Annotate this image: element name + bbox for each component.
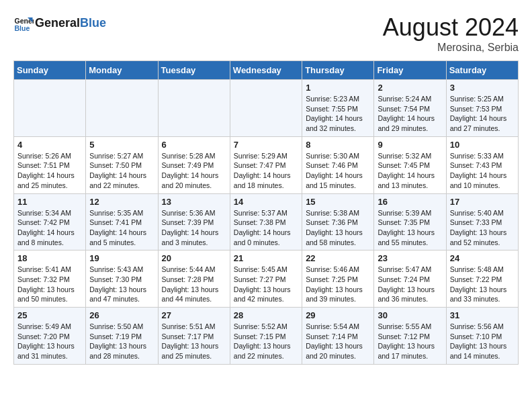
- calendar-table: SundayMondayTuesdayWednesdayThursdayFrid…: [13, 60, 519, 365]
- day-cell: 14Sunrise: 5:37 AM Sunset: 7:38 PM Dayli…: [230, 193, 302, 250]
- svg-text:Blue: Blue: [15, 24, 30, 32]
- day-number: 15: [306, 197, 370, 207]
- day-info: Sunrise: 5:56 AM Sunset: 7:10 PM Dayligh…: [450, 322, 515, 361]
- week-row-4: 18Sunrise: 5:41 AM Sunset: 7:32 PM Dayli…: [14, 250, 519, 308]
- day-info: Sunrise: 5:54 AM Sunset: 7:14 PM Dayligh…: [306, 322, 370, 361]
- day-cell: 23Sunrise: 5:47 AM Sunset: 7:24 PM Dayli…: [374, 250, 446, 308]
- day-cell: 19Sunrise: 5:43 AM Sunset: 7:30 PM Dayli…: [86, 250, 158, 308]
- weekday-header-saturday: Saturday: [446, 61, 518, 80]
- day-number: 24: [450, 253, 515, 263]
- day-info: Sunrise: 5:30 AM Sunset: 7:46 PM Dayligh…: [306, 151, 370, 191]
- day-info: Sunrise: 5:37 AM Sunset: 7:38 PM Dayligh…: [234, 208, 298, 248]
- weekday-header-monday: Monday: [86, 61, 158, 80]
- day-number: 30: [378, 310, 442, 320]
- day-info: Sunrise: 5:44 AM Sunset: 7:28 PM Dayligh…: [162, 265, 226, 304]
- title-block: August 2024 Merosina, Serbia: [383, 13, 519, 54]
- day-cell: 22Sunrise: 5:46 AM Sunset: 7:25 PM Dayli…: [302, 250, 374, 308]
- logo-general: General: [35, 16, 80, 30]
- location: Merosina, Serbia: [383, 42, 519, 54]
- day-number: 3: [450, 83, 515, 93]
- week-row-3: 11Sunrise: 5:34 AM Sunset: 7:42 PM Dayli…: [14, 193, 519, 250]
- day-number: 17: [450, 197, 515, 207]
- day-number: 27: [162, 310, 226, 320]
- day-info: Sunrise: 5:41 AM Sunset: 7:32 PM Dayligh…: [17, 265, 82, 304]
- day-cell: [230, 80, 302, 137]
- day-info: Sunrise: 5:50 AM Sunset: 7:19 PM Dayligh…: [89, 322, 154, 361]
- weekday-header-row: SundayMondayTuesdayWednesdayThursdayFrid…: [14, 61, 519, 80]
- day-info: Sunrise: 5:40 AM Sunset: 7:33 PM Dayligh…: [450, 208, 515, 248]
- page-header: General Blue GeneralBlue August 2024 Mer…: [13, 13, 519, 54]
- day-cell: 6Sunrise: 5:28 AM Sunset: 7:49 PM Daylig…: [158, 136, 230, 193]
- day-cell: 3Sunrise: 5:25 AM Sunset: 7:53 PM Daylig…: [446, 80, 518, 137]
- day-info: Sunrise: 5:32 AM Sunset: 7:45 PM Dayligh…: [378, 151, 442, 191]
- day-cell: 29Sunrise: 5:54 AM Sunset: 7:14 PM Dayli…: [302, 308, 374, 365]
- day-number: 11: [17, 197, 82, 207]
- weekday-header-wednesday: Wednesday: [230, 61, 302, 80]
- day-cell: 30Sunrise: 5:55 AM Sunset: 7:12 PM Dayli…: [374, 308, 446, 365]
- day-number: 25: [17, 310, 82, 320]
- day-number: 16: [378, 197, 442, 207]
- week-row-2: 4Sunrise: 5:26 AM Sunset: 7:51 PM Daylig…: [14, 136, 519, 193]
- day-number: 29: [306, 310, 370, 320]
- day-cell: 16Sunrise: 5:39 AM Sunset: 7:35 PM Dayli…: [374, 193, 446, 250]
- day-cell: 20Sunrise: 5:44 AM Sunset: 7:28 PM Dayli…: [158, 250, 230, 308]
- day-info: Sunrise: 5:35 AM Sunset: 7:41 PM Dayligh…: [89, 208, 154, 248]
- day-cell: 1Sunrise: 5:23 AM Sunset: 7:55 PM Daylig…: [302, 80, 374, 137]
- day-info: Sunrise: 5:25 AM Sunset: 7:53 PM Dayligh…: [450, 94, 515, 134]
- weekday-header-tuesday: Tuesday: [158, 61, 230, 80]
- day-info: Sunrise: 5:26 AM Sunset: 7:51 PM Dayligh…: [17, 151, 82, 191]
- weekday-header-thursday: Thursday: [302, 61, 374, 80]
- weekday-header-friday: Friday: [374, 61, 446, 80]
- day-info: Sunrise: 5:28 AM Sunset: 7:49 PM Dayligh…: [162, 151, 226, 191]
- day-cell: 11Sunrise: 5:34 AM Sunset: 7:42 PM Dayli…: [14, 193, 86, 250]
- day-number: 20: [162, 253, 226, 263]
- logo: General Blue GeneralBlue: [13, 13, 106, 34]
- day-cell: 31Sunrise: 5:56 AM Sunset: 7:10 PM Dayli…: [446, 308, 518, 365]
- day-info: Sunrise: 5:23 AM Sunset: 7:55 PM Dayligh…: [306, 94, 370, 134]
- day-cell: 18Sunrise: 5:41 AM Sunset: 7:32 PM Dayli…: [14, 250, 86, 308]
- day-info: Sunrise: 5:29 AM Sunset: 7:47 PM Dayligh…: [234, 151, 298, 191]
- day-number: 18: [17, 253, 82, 263]
- day-number: 13: [162, 197, 226, 207]
- day-cell: 15Sunrise: 5:38 AM Sunset: 7:36 PM Dayli…: [302, 193, 374, 250]
- day-cell: 24Sunrise: 5:48 AM Sunset: 7:22 PM Dayli…: [446, 250, 518, 308]
- day-info: Sunrise: 5:43 AM Sunset: 7:30 PM Dayligh…: [89, 265, 154, 304]
- day-number: 2: [378, 83, 442, 93]
- day-number: 14: [234, 197, 298, 207]
- day-info: Sunrise: 5:38 AM Sunset: 7:36 PM Dayligh…: [306, 208, 370, 248]
- day-info: Sunrise: 5:36 AM Sunset: 7:39 PM Dayligh…: [162, 208, 226, 248]
- day-number: 21: [234, 253, 298, 263]
- day-number: 1: [306, 83, 370, 93]
- day-number: 6: [162, 140, 226, 150]
- day-cell: 10Sunrise: 5:33 AM Sunset: 7:43 PM Dayli…: [446, 136, 518, 193]
- day-info: Sunrise: 5:39 AM Sunset: 7:35 PM Dayligh…: [378, 208, 442, 248]
- day-cell: 2Sunrise: 5:24 AM Sunset: 7:54 PM Daylig…: [374, 80, 446, 137]
- day-info: Sunrise: 5:24 AM Sunset: 7:54 PM Dayligh…: [378, 94, 442, 134]
- day-number: 9: [378, 140, 442, 150]
- day-cell: 21Sunrise: 5:45 AM Sunset: 7:27 PM Dayli…: [230, 250, 302, 308]
- week-row-5: 25Sunrise: 5:49 AM Sunset: 7:20 PM Dayli…: [14, 308, 519, 365]
- day-info: Sunrise: 5:52 AM Sunset: 7:15 PM Dayligh…: [234, 322, 298, 361]
- day-number: 31: [450, 310, 515, 320]
- day-cell: 17Sunrise: 5:40 AM Sunset: 7:33 PM Dayli…: [446, 193, 518, 250]
- day-cell: [14, 80, 86, 137]
- weekday-header-sunday: Sunday: [14, 61, 86, 80]
- day-cell: 7Sunrise: 5:29 AM Sunset: 7:47 PM Daylig…: [230, 136, 302, 193]
- day-cell: 5Sunrise: 5:27 AM Sunset: 7:50 PM Daylig…: [86, 136, 158, 193]
- day-info: Sunrise: 5:55 AM Sunset: 7:12 PM Dayligh…: [378, 322, 442, 361]
- day-info: Sunrise: 5:45 AM Sunset: 7:27 PM Dayligh…: [234, 265, 298, 304]
- day-info: Sunrise: 5:49 AM Sunset: 7:20 PM Dayligh…: [17, 322, 82, 361]
- day-number: 7: [234, 140, 298, 150]
- day-cell: 28Sunrise: 5:52 AM Sunset: 7:15 PM Dayli…: [230, 308, 302, 365]
- day-number: 12: [89, 197, 154, 207]
- month-year: August 2024: [383, 13, 519, 42]
- day-info: Sunrise: 5:33 AM Sunset: 7:43 PM Dayligh…: [450, 151, 515, 191]
- day-number: 23: [378, 253, 442, 263]
- day-cell: [86, 80, 158, 137]
- day-info: Sunrise: 5:51 AM Sunset: 7:17 PM Dayligh…: [162, 322, 226, 361]
- week-row-1: 1Sunrise: 5:23 AM Sunset: 7:55 PM Daylig…: [14, 80, 519, 137]
- day-cell: 13Sunrise: 5:36 AM Sunset: 7:39 PM Dayli…: [158, 193, 230, 250]
- day-number: 26: [89, 310, 154, 320]
- day-number: 22: [306, 253, 370, 263]
- day-info: Sunrise: 5:47 AM Sunset: 7:24 PM Dayligh…: [378, 265, 442, 304]
